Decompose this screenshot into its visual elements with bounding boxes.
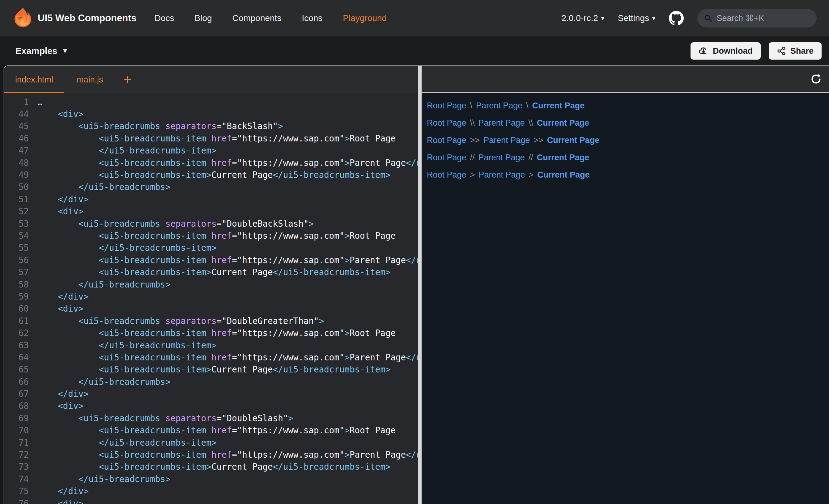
breadcrumb-link[interactable]: Root Page [427, 170, 466, 180]
code-line: 69 <ui5-breadcrumbs separators="DoubleSl… [3, 412, 418, 424]
search-box[interactable] [697, 9, 817, 28]
code-line: 64 <ui5-breadcrumbs-item href="https://w… [3, 351, 418, 363]
breadcrumb-separator: >> [470, 135, 480, 145]
nav-link-playground[interactable]: Playground [343, 13, 387, 23]
download-label: Download [713, 46, 753, 56]
breadcrumb-link[interactable]: Parent Page [478, 118, 525, 128]
github-icon[interactable] [669, 11, 684, 26]
code-line: 49 <ui5-breadcrumbs-item>Current Page</u… [3, 169, 418, 181]
code-line: 52 <div> [3, 205, 418, 218]
breadcrumb-link[interactable]: Parent Page [476, 101, 522, 111]
breadcrumb-link[interactable]: Parent Page [478, 170, 525, 180]
code-text: … [37, 97, 43, 107]
line-number: 54 [3, 231, 29, 241]
line-number: 52 [3, 206, 29, 216]
main-nav: DocsBlogComponentsIconsPlayground [154, 13, 387, 23]
code-text: </ui5-breadcrumbs-item> [37, 146, 217, 155]
version-label: 2.0.0-rc.2 [561, 13, 598, 23]
examples-label: Examples [15, 46, 57, 56]
line-number: 62 [3, 328, 29, 338]
line-number: 47 [3, 146, 29, 155]
chevron-down-icon: ▾ [601, 15, 604, 21]
download-button[interactable]: Download [690, 42, 761, 60]
code-text: <ui5-breadcrumbs separators="DoubleBackS… [37, 219, 314, 229]
site-title: UI5 Web Components [38, 13, 137, 24]
breadcrumb-link[interactable]: Root Page [427, 101, 466, 111]
code-line: 60 <div> [3, 303, 418, 315]
pane-splitter[interactable] [418, 66, 422, 504]
breadcrumbs-row: Root Page//Parent Page//Current Page [427, 149, 829, 166]
line-number: 46 [3, 133, 29, 143]
line-number: 73 [3, 462, 29, 472]
breadcrumbs-row: Root Page>Parent Page>Current Page [427, 166, 829, 184]
line-number: 1 [3, 97, 29, 107]
code-line: 55 </ui5-breadcrumbs-item> [3, 242, 418, 254]
share-button[interactable]: Share [769, 42, 822, 60]
code-text: </div> [37, 194, 89, 204]
breadcrumb-link[interactable]: Root Page [427, 153, 466, 162]
examples-dropdown[interactable]: Examples ▼ [15, 46, 68, 56]
nav-link-blog[interactable]: Blog [195, 13, 212, 23]
line-number: 69 [3, 413, 29, 423]
line-number: 57 [3, 267, 29, 277]
breadcrumb-separator: > [529, 170, 534, 180]
ui5-phoenix-logo-icon [12, 7, 33, 29]
chevron-down-icon: ▼ [62, 47, 68, 54]
code-line: 44 <div> [3, 108, 418, 120]
code-text: <ui5-breadcrumbs separators="DoubleGreat… [37, 316, 324, 326]
code-text: <ui5-breadcrumbs-item href="https://www.… [37, 158, 418, 168]
code-line: 54 <ui5-breadcrumbs-item href="https://w… [3, 229, 418, 241]
nav-link-components[interactable]: Components [232, 13, 282, 23]
code-line: 51 </div> [3, 193, 418, 205]
breadcrumb-separator: \\ [470, 118, 475, 128]
code-text: <ui5-breadcrumbs-item>Current Page</ui5-… [37, 364, 390, 374]
code-line: 65 <ui5-breadcrumbs-item>Current Page</u… [3, 363, 418, 376]
preview-pane: Root Page\Parent Page\Current PageRoot P… [422, 66, 829, 504]
code-line: 68 <div> [3, 400, 418, 412]
refresh-icon[interactable] [810, 73, 822, 85]
line-number: 68 [3, 401, 29, 411]
line-number: 44 [3, 109, 29, 119]
tab-main-js[interactable]: main.js [65, 66, 115, 93]
code-line: 58 </ui5-breadcrumbs> [3, 278, 418, 290]
code-text: <ui5-breadcrumbs-item>Current Page</ui5-… [37, 462, 390, 472]
breadcrumb-link[interactable]: Root Page [427, 135, 466, 145]
nav-link-docs[interactable]: Docs [154, 13, 174, 23]
add-tab-button[interactable]: + [115, 66, 140, 93]
code-text: <ui5-breadcrumbs-item href="https://www.… [37, 328, 396, 338]
code-text: </div> [37, 486, 89, 496]
breadcrumb-current: Current Page [532, 101, 585, 111]
breadcrumb-link[interactable]: Parent Page [483, 135, 530, 145]
code-editor-pane: index.htmlmain.js+ 1…44 <div>45 <ui5-bre… [3, 66, 418, 504]
code-line: 71 </ui5-breadcrumbs-item> [3, 436, 418, 449]
code-text: <div> [37, 498, 83, 504]
breadcrumb-separator: \ [526, 101, 529, 111]
line-number: 67 [3, 389, 29, 399]
code-text: <ui5-breadcrumbs separators="DoubleSlash… [37, 413, 293, 423]
breadcrumb-current: Current Page [547, 135, 600, 145]
code-line: 59 </div> [3, 290, 418, 302]
version-dropdown[interactable]: 2.0.0-rc.2 ▾ [561, 13, 604, 23]
code-editor[interactable]: 1…44 <div>45 <ui5-breadcrumbs separators… [3, 93, 418, 504]
code-text: <ui5-breadcrumbs-item>Current Page</ui5-… [37, 170, 390, 180]
line-number: 45 [3, 121, 29, 131]
nav-link-icons[interactable]: Icons [302, 13, 322, 23]
breadcrumb-link[interactable]: Parent Page [478, 153, 525, 162]
code-text: </div> [37, 389, 89, 399]
chevron-down-icon: ▾ [652, 15, 655, 21]
tab-index-html[interactable]: index.html [3, 66, 65, 93]
code-text: </ui5-breadcrumbs-item> [37, 340, 217, 350]
search-input[interactable] [717, 13, 810, 23]
line-number: 48 [3, 158, 29, 168]
code-line: 72 <ui5-breadcrumbs-item href="https://w… [3, 449, 418, 460]
code-text: <ui5-breadcrumbs separators="BackSlash"> [37, 121, 283, 131]
code-text: <div> [37, 109, 83, 119]
breadcrumb-link[interactable]: Root Page [427, 118, 466, 128]
code-text: <ui5-breadcrumbs-item href="https://www.… [37, 425, 396, 435]
code-line: 57 <ui5-breadcrumbs-item>Current Page</u… [3, 266, 418, 278]
line-number: 63 [3, 340, 29, 350]
breadcrumb-separator: \\ [529, 118, 533, 128]
code-text: <div> [37, 401, 83, 411]
settings-dropdown[interactable]: Settings ▾ [618, 13, 655, 23]
code-text: <ui5-breadcrumbs-item href="https://www.… [37, 352, 418, 362]
